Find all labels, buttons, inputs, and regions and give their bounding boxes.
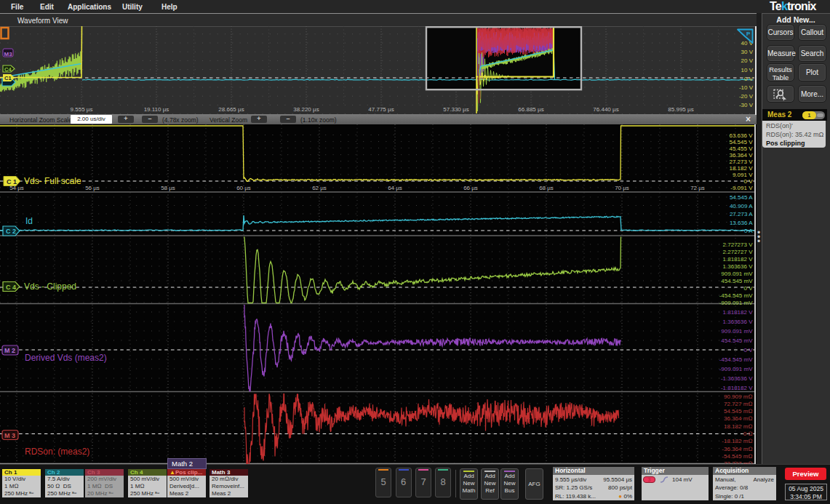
- svg-text:0 V: 0 V: [743, 347, 753, 353]
- svg-text:2.727273 V: 2.727273 V: [723, 241, 754, 248]
- svg-text:70 µs: 70 µs: [615, 185, 629, 191]
- svg-text:1.363636 V: 1.363636 V: [723, 319, 754, 325]
- svg-text:62 µs: 62 µs: [312, 185, 327, 191]
- svg-text:M 3: M 3: [4, 432, 15, 439]
- svg-text:18.182 mΩ: 18.182 mΩ: [724, 423, 753, 430]
- svg-text:-36.364 mΩ: -36.364 mΩ: [722, 446, 752, 452]
- svg-text:1.818182 V: 1.818182 V: [723, 309, 754, 316]
- svg-text:45.455 V: 45.455 V: [729, 145, 753, 152]
- svg-text:454.545 mV: 454.545 mV: [721, 337, 753, 344]
- svg-text:C1: C1: [4, 75, 12, 81]
- svg-text:38.220 µs: 38.220 µs: [293, 106, 319, 113]
- svg-text:54.545 V: 54.545 V: [729, 139, 753, 145]
- svg-text:-1.363636 V: -1.363636 V: [721, 375, 753, 382]
- svg-text:0 A: 0 A: [744, 228, 753, 234]
- svg-text:-54.545 mΩ: -54.545 mΩ: [722, 453, 752, 460]
- svg-text:Vds- Full scale: Vds- Full scale: [24, 176, 81, 186]
- svg-text:85.995 µs: 85.995 µs: [668, 106, 693, 113]
- svg-text:1.818182 V: 1.818182 V: [723, 256, 754, 263]
- svg-text:18.182 V: 18.182 V: [729, 165, 753, 172]
- svg-text:58 µs: 58 µs: [161, 185, 175, 191]
- svg-text:-10 V: -10 V: [739, 84, 754, 91]
- svg-text:0 V: 0 V: [743, 178, 753, 185]
- svg-text:90.909 mΩ: 90.909 mΩ: [724, 393, 753, 400]
- svg-text:M 2: M 2: [4, 347, 15, 354]
- svg-text:30 V: 30 V: [741, 49, 754, 55]
- svg-text:-454.545 mV: -454.545 mV: [719, 292, 753, 299]
- svg-text:40.909 A: 40.909 A: [730, 203, 753, 209]
- svg-text:-18.182 mΩ: -18.182 mΩ: [722, 438, 752, 444]
- svg-text:13.636 A: 13.636 A: [730, 220, 753, 226]
- svg-text:C4: C4: [4, 66, 12, 73]
- svg-text:0 Ω: 0 Ω: [743, 431, 753, 437]
- svg-text:63.636 V: 63.636 V: [729, 132, 753, 139]
- svg-text:C 1: C 1: [7, 178, 17, 185]
- svg-text:66 µs: 66 µs: [463, 185, 478, 191]
- svg-text:57.330 µs: 57.330 µs: [443, 106, 468, 113]
- svg-text:68 µs: 68 µs: [539, 185, 554, 191]
- svg-text:64 µs: 64 µs: [388, 185, 402, 191]
- svg-text:P: P: [746, 31, 751, 37]
- svg-text:66.885 µs: 66.885 µs: [518, 106, 543, 113]
- svg-text:76.440 µs: 76.440 µs: [593, 106, 618, 113]
- svg-text:10 V: 10 V: [741, 67, 754, 73]
- svg-text:-909.091 mV: -909.091 mV: [719, 366, 753, 372]
- svg-text:RDSon: (meas2): RDSon: (meas2): [25, 447, 89, 457]
- svg-text:27.273 V: 27.273 V: [729, 159, 753, 165]
- svg-text:Derived Vds (meas2): Derived Vds (meas2): [25, 353, 107, 363]
- svg-text:54.545 A: 54.545 A: [730, 194, 753, 201]
- svg-text:28.665 µs: 28.665 µs: [218, 106, 244, 113]
- svg-text:9.555 µs: 9.555 µs: [71, 106, 93, 113]
- svg-text:-909.091 mV: -909.091 mV: [719, 300, 753, 306]
- svg-text:36.364 mΩ: 36.364 mΩ: [724, 415, 753, 422]
- svg-text:909.091 mV: 909.091 mV: [721, 271, 753, 277]
- svg-text:27.273 A: 27.273 A: [730, 211, 753, 217]
- svg-text:72.727 mΩ: 72.727 mΩ: [724, 401, 753, 407]
- svg-text:Id: Id: [25, 216, 33, 226]
- svg-text:56 µs: 56 µs: [85, 185, 100, 191]
- svg-text:909.091 mV: 909.091 mV: [721, 328, 753, 335]
- svg-text:0 V: 0 V: [743, 285, 753, 292]
- svg-text:54.545 mΩ: 54.545 mΩ: [724, 408, 753, 415]
- svg-text:-20 V: -20 V: [739, 93, 754, 100]
- svg-text:-454.545 mV: -454.545 mV: [719, 356, 753, 363]
- svg-text:60 µs: 60 µs: [236, 185, 251, 191]
- svg-text:20 V: 20 V: [741, 57, 754, 64]
- svg-text:2.272727 V: 2.272727 V: [723, 249, 754, 255]
- svg-text:1.363636 V: 1.363636 V: [723, 263, 754, 270]
- svg-text:47.775 µs: 47.775 µs: [368, 106, 394, 113]
- svg-text:-1.818182 V: -1.818182 V: [721, 385, 753, 391]
- svg-text:-9.091 V: -9.091 V: [730, 185, 753, 191]
- svg-text:454.545 mV: 454.545 mV: [721, 278, 753, 284]
- svg-text:0 V: 0 V: [744, 76, 754, 82]
- svg-text:-30 V: -30 V: [739, 102, 754, 108]
- svg-text:Vds - Clipped: Vds - Clipped: [24, 281, 76, 292]
- svg-text:72 µs: 72 µs: [690, 185, 705, 191]
- svg-text:36.364 V: 36.364 V: [729, 152, 753, 159]
- svg-text:19.110 µs: 19.110 µs: [144, 106, 169, 113]
- svg-text:9.091 V: 9.091 V: [733, 172, 753, 178]
- svg-text:C 2: C 2: [6, 228, 16, 235]
- svg-text:M3: M3: [4, 51, 13, 57]
- svg-text:C 4: C 4: [6, 284, 16, 291]
